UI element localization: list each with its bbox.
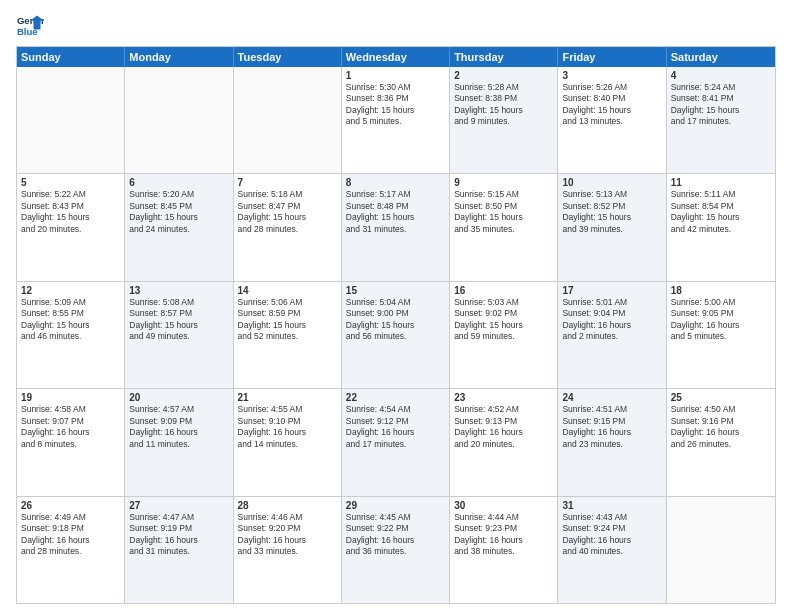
calendar: SundayMondayTuesdayWednesdayThursdayFrid… [16,46,776,604]
day-number: 3 [562,70,661,81]
day-cell: 27Sunrise: 4:47 AM Sunset: 9:19 PM Dayli… [125,497,233,603]
calendar-body: 1Sunrise: 5:30 AM Sunset: 8:36 PM Daylig… [17,67,775,603]
day-cell: 22Sunrise: 4:54 AM Sunset: 9:12 PM Dayli… [342,389,450,495]
day-cell: 6Sunrise: 5:20 AM Sunset: 8:45 PM Daylig… [125,174,233,280]
day-cell: 31Sunrise: 4:43 AM Sunset: 9:24 PM Dayli… [558,497,666,603]
day-number: 28 [238,500,337,511]
day-info: Sunrise: 4:45 AM Sunset: 9:22 PM Dayligh… [346,512,445,558]
day-cell: 16Sunrise: 5:03 AM Sunset: 9:02 PM Dayli… [450,282,558,388]
day-cell: 23Sunrise: 4:52 AM Sunset: 9:13 PM Dayli… [450,389,558,495]
day-info: Sunrise: 4:50 AM Sunset: 9:16 PM Dayligh… [671,404,771,450]
empty-cell [17,67,125,173]
weekday-header: Friday [558,47,666,67]
day-info: Sunrise: 5:20 AM Sunset: 8:45 PM Dayligh… [129,189,228,235]
day-info: Sunrise: 4:46 AM Sunset: 9:20 PM Dayligh… [238,512,337,558]
empty-cell [125,67,233,173]
day-number: 26 [21,500,120,511]
day-info: Sunrise: 5:22 AM Sunset: 8:43 PM Dayligh… [21,189,120,235]
day-info: Sunrise: 5:15 AM Sunset: 8:50 PM Dayligh… [454,189,553,235]
empty-cell [667,497,775,603]
day-cell: 15Sunrise: 5:04 AM Sunset: 9:00 PM Dayli… [342,282,450,388]
day-cell: 7Sunrise: 5:18 AM Sunset: 8:47 PM Daylig… [234,174,342,280]
day-number: 5 [21,177,120,188]
day-info: Sunrise: 4:55 AM Sunset: 9:10 PM Dayligh… [238,404,337,450]
day-cell: 26Sunrise: 4:49 AM Sunset: 9:18 PM Dayli… [17,497,125,603]
day-info: Sunrise: 5:04 AM Sunset: 9:00 PM Dayligh… [346,297,445,343]
day-cell: 4Sunrise: 5:24 AM Sunset: 8:41 PM Daylig… [667,67,775,173]
day-number: 20 [129,392,228,403]
day-info: Sunrise: 5:28 AM Sunset: 8:38 PM Dayligh… [454,82,553,128]
day-info: Sunrise: 5:24 AM Sunset: 8:41 PM Dayligh… [671,82,771,128]
day-info: Sunrise: 5:09 AM Sunset: 8:55 PM Dayligh… [21,297,120,343]
day-info: Sunrise: 5:08 AM Sunset: 8:57 PM Dayligh… [129,297,228,343]
logo-icon: General Blue [16,12,44,40]
day-number: 29 [346,500,445,511]
day-number: 15 [346,285,445,296]
day-info: Sunrise: 4:49 AM Sunset: 9:18 PM Dayligh… [21,512,120,558]
day-number: 16 [454,285,553,296]
day-number: 12 [21,285,120,296]
day-info: Sunrise: 4:51 AM Sunset: 9:15 PM Dayligh… [562,404,661,450]
day-number: 8 [346,177,445,188]
day-cell: 19Sunrise: 4:58 AM Sunset: 9:07 PM Dayli… [17,389,125,495]
calendar-week: 5Sunrise: 5:22 AM Sunset: 8:43 PM Daylig… [17,173,775,280]
day-info: Sunrise: 5:06 AM Sunset: 8:59 PM Dayligh… [238,297,337,343]
day-info: Sunrise: 5:01 AM Sunset: 9:04 PM Dayligh… [562,297,661,343]
weekday-header: Thursday [450,47,558,67]
day-number: 30 [454,500,553,511]
day-info: Sunrise: 5:03 AM Sunset: 9:02 PM Dayligh… [454,297,553,343]
day-number: 7 [238,177,337,188]
day-number: 13 [129,285,228,296]
day-cell: 17Sunrise: 5:01 AM Sunset: 9:04 PM Dayli… [558,282,666,388]
calendar-header: SundayMondayTuesdayWednesdayThursdayFrid… [17,47,775,67]
day-cell: 8Sunrise: 5:17 AM Sunset: 8:48 PM Daylig… [342,174,450,280]
day-number: 19 [21,392,120,403]
day-cell: 29Sunrise: 4:45 AM Sunset: 9:22 PM Dayli… [342,497,450,603]
day-number: 9 [454,177,553,188]
day-cell: 3Sunrise: 5:26 AM Sunset: 8:40 PM Daylig… [558,67,666,173]
day-cell: 11Sunrise: 5:11 AM Sunset: 8:54 PM Dayli… [667,174,775,280]
day-number: 14 [238,285,337,296]
day-cell: 2Sunrise: 5:28 AM Sunset: 8:38 PM Daylig… [450,67,558,173]
day-number: 10 [562,177,661,188]
calendar-week: 1Sunrise: 5:30 AM Sunset: 8:36 PM Daylig… [17,67,775,173]
day-cell: 28Sunrise: 4:46 AM Sunset: 9:20 PM Dayli… [234,497,342,603]
day-number: 27 [129,500,228,511]
calendar-week: 26Sunrise: 4:49 AM Sunset: 9:18 PM Dayli… [17,496,775,603]
day-cell: 13Sunrise: 5:08 AM Sunset: 8:57 PM Dayli… [125,282,233,388]
day-cell: 18Sunrise: 5:00 AM Sunset: 9:05 PM Dayli… [667,282,775,388]
day-cell: 30Sunrise: 4:44 AM Sunset: 9:23 PM Dayli… [450,497,558,603]
day-info: Sunrise: 4:47 AM Sunset: 9:19 PM Dayligh… [129,512,228,558]
day-info: Sunrise: 5:00 AM Sunset: 9:05 PM Dayligh… [671,297,771,343]
empty-cell [234,67,342,173]
header: General Blue [16,12,776,40]
day-info: Sunrise: 5:17 AM Sunset: 8:48 PM Dayligh… [346,189,445,235]
day-cell: 1Sunrise: 5:30 AM Sunset: 8:36 PM Daylig… [342,67,450,173]
day-number: 23 [454,392,553,403]
day-info: Sunrise: 4:58 AM Sunset: 9:07 PM Dayligh… [21,404,120,450]
day-info: Sunrise: 4:44 AM Sunset: 9:23 PM Dayligh… [454,512,553,558]
calendar-week: 19Sunrise: 4:58 AM Sunset: 9:07 PM Dayli… [17,388,775,495]
weekday-header: Saturday [667,47,775,67]
calendar-week: 12Sunrise: 5:09 AM Sunset: 8:55 PM Dayli… [17,281,775,388]
day-number: 17 [562,285,661,296]
day-cell: 20Sunrise: 4:57 AM Sunset: 9:09 PM Dayli… [125,389,233,495]
day-cell: 14Sunrise: 5:06 AM Sunset: 8:59 PM Dayli… [234,282,342,388]
day-info: Sunrise: 5:26 AM Sunset: 8:40 PM Dayligh… [562,82,661,128]
weekday-header: Monday [125,47,233,67]
day-info: Sunrise: 4:57 AM Sunset: 9:09 PM Dayligh… [129,404,228,450]
day-info: Sunrise: 5:30 AM Sunset: 8:36 PM Dayligh… [346,82,445,128]
weekday-header: Tuesday [234,47,342,67]
day-cell: 12Sunrise: 5:09 AM Sunset: 8:55 PM Dayli… [17,282,125,388]
weekday-header: Wednesday [342,47,450,67]
page: General Blue SundayMondayTuesdayWednesda… [0,0,792,612]
day-info: Sunrise: 5:13 AM Sunset: 8:52 PM Dayligh… [562,189,661,235]
weekday-header: Sunday [17,47,125,67]
day-number: 25 [671,392,771,403]
day-info: Sunrise: 4:52 AM Sunset: 9:13 PM Dayligh… [454,404,553,450]
day-info: Sunrise: 5:18 AM Sunset: 8:47 PM Dayligh… [238,189,337,235]
day-number: 11 [671,177,771,188]
day-number: 21 [238,392,337,403]
day-number: 6 [129,177,228,188]
day-cell: 10Sunrise: 5:13 AM Sunset: 8:52 PM Dayli… [558,174,666,280]
